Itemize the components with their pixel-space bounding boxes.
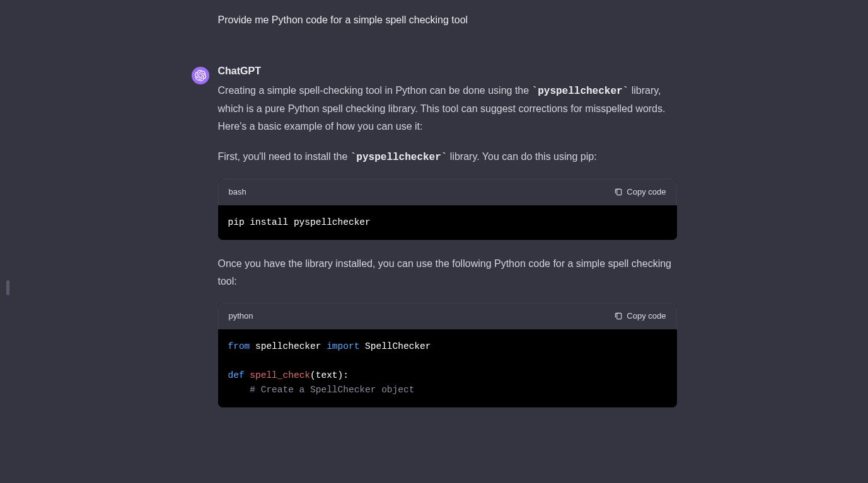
code-lang-label: bash: [229, 185, 246, 200]
code-header: bash Copy code: [218, 179, 677, 205]
text: First, you'll need to install the: [218, 151, 350, 162]
text: library. You can do this using pip:: [447, 151, 596, 162]
sidebar-resize-handle[interactable]: [6, 280, 9, 295]
token-keyword: import: [327, 341, 359, 351]
token-function: spell_check: [250, 370, 310, 380]
assistant-message: ChatGPT Creating a simple spell-checking…: [192, 65, 677, 423]
code-block-bash: bash Copy code pip install pyspellchecke…: [218, 179, 677, 240]
token-comment: # Create a SpellChecker object: [228, 385, 415, 395]
svg-rect-1: [617, 314, 622, 319]
token: spellchecker: [250, 341, 327, 351]
code-header: python Copy code: [218, 303, 677, 329]
assistant-paragraph: Creating a simple spell-checking tool in…: [218, 82, 677, 135]
svg-rect-0: [617, 190, 622, 195]
code-block-python: python Copy code from spellchecker impor…: [218, 303, 677, 408]
code-body[interactable]: pip install pyspellchecker: [218, 205, 677, 240]
code-body[interactable]: from spellchecker import SpellChecker de…: [218, 329, 677, 408]
token-keyword: from: [228, 341, 250, 351]
assistant-paragraph: First, you'll need to install the `pyspe…: [218, 148, 677, 166]
assistant-avatar: [192, 67, 209, 84]
assistant-name: ChatGPT: [218, 65, 677, 77]
inline-code: `pyspellchecker`: [532, 86, 629, 97]
openai-logo-icon: [195, 70, 206, 81]
clipboard-icon: [614, 312, 623, 321]
copy-label: Copy code: [627, 185, 666, 200]
assistant-paragraph: Once you have the library installed, you…: [218, 255, 677, 290]
copy-code-button[interactable]: Copy code: [614, 185, 666, 200]
conversation: Provide me Python code for a simple spel…: [192, 0, 677, 423]
token: SpellChecker: [359, 341, 431, 351]
text: Creating a simple spell-checking tool in…: [218, 85, 532, 96]
code-lang-label: python: [229, 309, 253, 324]
token: (text):: [310, 370, 349, 380]
user-message: Provide me Python code for a simple spel…: [218, 13, 677, 28]
inline-code: `pyspellchecker`: [350, 152, 448, 163]
copy-code-button[interactable]: Copy code: [614, 309, 666, 324]
clipboard-icon: [614, 188, 623, 196]
copy-label: Copy code: [627, 309, 666, 324]
token-keyword: def: [228, 370, 250, 380]
